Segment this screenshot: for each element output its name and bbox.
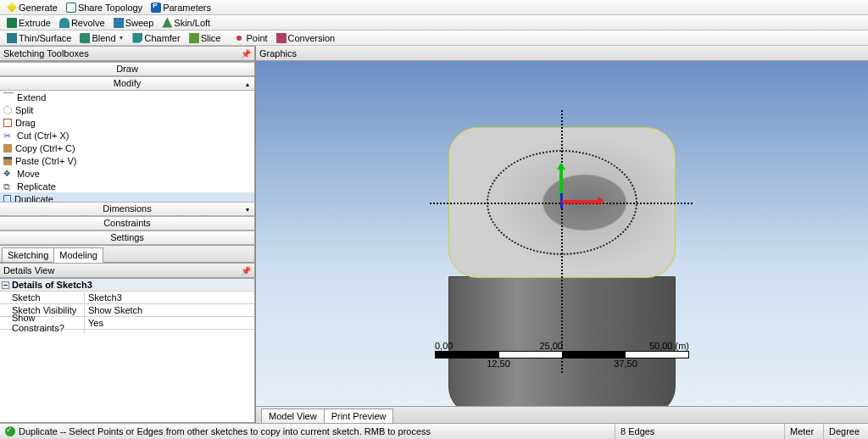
chamfer-button[interactable]: Chamfer: [129, 31, 183, 45]
draw-section[interactable]: Draw: [0, 62, 254, 76]
move-icon: ✥: [3, 169, 14, 179]
parameters-button[interactable]: Parameters: [147, 1, 214, 14]
triad-x-arrow-icon: [598, 197, 604, 205]
extend-item[interactable]: Extend: [0, 91, 254, 103]
sweep-button[interactable]: Sweep: [110, 16, 158, 30]
constraints-section[interactable]: Constraints: [0, 216, 254, 231]
conversion-button[interactable]: Conversion: [273, 31, 339, 45]
graphics-column: Graphics 0,0025,0050,00 (m) 12,5037,50 M…: [256, 46, 868, 423]
thin-surface-icon: [7, 33, 17, 43]
chamfer-icon: [132, 33, 142, 43]
triad-y-arrow-icon: [557, 163, 565, 169]
slice-button[interactable]: Slice: [186, 31, 225, 45]
blend-button[interactable]: Blend▼: [76, 31, 127, 45]
sketching-toolbox-panel: Draw Modify Extend Split Drag ✂Cut (Ctrl…: [0, 61, 255, 263]
dimensions-section[interactable]: Dimensions: [0, 202, 254, 216]
share-topology-button[interactable]: Share Topology: [63, 1, 146, 14]
pin-icon[interactable]: 📌: [241, 266, 251, 275]
left-column: Sketching Toolboxes 📌 Draw Modify Extend…: [0, 46, 256, 423]
skin-loft-icon: [162, 18, 172, 28]
settings-section[interactable]: Settings: [0, 231, 254, 245]
drag-item[interactable]: Drag: [0, 116, 254, 129]
collapse-icon[interactable]: –: [2, 281, 9, 289]
modify-list: Extend Split Drag ✂Cut (Ctrl+ X) Copy (C…: [0, 91, 254, 202]
revolve-button[interactable]: Revolve: [56, 16, 108, 30]
thin-surface-button[interactable]: Thin/Surface: [3, 31, 75, 45]
split-icon: [3, 106, 12, 114]
drag-icon: [3, 119, 12, 127]
scale-bar: 0,0025,0050,00 (m) 12,5037,50: [435, 341, 689, 369]
modeling-tab[interactable]: Modeling: [53, 247, 103, 263]
ok-icon: [5, 426, 15, 436]
modify-section[interactable]: Modify: [0, 76, 254, 91]
graphics-viewport[interactable]: 0,0025,0050,00 (m) 12,5037,50: [256, 61, 868, 406]
revolve-icon: [59, 18, 70, 28]
lightning-icon: [7, 3, 17, 13]
toolbar-row-1: Generate Share Topology Parameters: [0, 0, 868, 15]
copy-icon: [3, 144, 12, 153]
graphics-tabs: Model View Print Preview: [256, 406, 868, 423]
toolbar-row-2: Extrude Revolve Sweep Skin/Loft: [0, 15, 868, 31]
replicate-icon: ⧉: [3, 181, 14, 192]
details-view-title: Details View 📌: [0, 263, 255, 278]
move-item[interactable]: ✥Move: [0, 167, 254, 180]
model-view-tab[interactable]: Model View: [261, 408, 325, 423]
toolbox-tabs: Sketching Modeling: [0, 245, 254, 262]
slice-icon: [189, 33, 199, 43]
extend-icon: [3, 92, 14, 103]
toolbar-row-3: Thin/Surface Blend▼ Chamfer Slice Point …: [0, 31, 868, 46]
conversion-icon: [276, 33, 287, 43]
duplicate-icon: [3, 195, 11, 202]
status-unit-length: Meter: [785, 424, 824, 439]
details-header[interactable]: –Details of Sketch3: [0, 279, 254, 292]
status-message: Duplicate -- Select Points or Edges from…: [0, 424, 615, 439]
details-row[interactable]: Show Constraints?Yes: [0, 317, 254, 330]
status-unit-angle: Degree: [824, 424, 868, 439]
sketching-toolboxes-title: Sketching Toolboxes 📌: [0, 46, 255, 61]
paste-item[interactable]: Paste (Ctrl+ V): [0, 154, 254, 167]
details-row[interactable]: SketchSketch3: [0, 292, 254, 304]
triad-x-axis: [562, 200, 599, 203]
cut-icon: ✂: [3, 131, 14, 141]
extrude-button[interactable]: Extrude: [3, 16, 54, 30]
sweep-icon: [114, 18, 124, 28]
split-item[interactable]: Split: [0, 103, 254, 116]
details-grid: –Details of Sketch3 SketchSketch3 Sketch…: [0, 278, 255, 423]
cut-item[interactable]: ✂Cut (Ctrl+ X): [0, 129, 254, 142]
blend-icon: [80, 33, 90, 43]
pin-icon[interactable]: 📌: [241, 49, 251, 58]
parameters-icon: [151, 3, 161, 13]
copy-item[interactable]: Copy (Ctrl+ C): [0, 142, 254, 154]
details-view-panel: –Details of Sketch3 SketchSketch3 Sketch…: [0, 278, 255, 423]
replicate-item[interactable]: ⧉Replicate: [0, 180, 254, 192]
topology-icon: [66, 3, 76, 13]
status-bar: Duplicate -- Select Points or Edges from…: [0, 423, 868, 439]
point-button[interactable]: Point: [231, 31, 270, 45]
point-icon: [234, 33, 244, 43]
skin-loft-button[interactable]: Skin/Loft: [159, 16, 214, 30]
graphics-title: Graphics: [256, 46, 868, 61]
sketch-axis-v: [561, 110, 563, 373]
sketching-tab[interactable]: Sketching: [2, 247, 54, 262]
status-selection: 8 Edges: [615, 424, 785, 439]
paste-icon: [3, 157, 12, 165]
generate-button[interactable]: Generate: [3, 1, 61, 14]
print-preview-tab[interactable]: Print Preview: [324, 408, 394, 423]
dropdown-icon: ▼: [119, 35, 125, 41]
main-area: Sketching Toolboxes 📌 Draw Modify Extend…: [0, 46, 868, 423]
extrude-icon: [7, 18, 17, 28]
duplicate-item[interactable]: Duplicate: [0, 192, 254, 202]
